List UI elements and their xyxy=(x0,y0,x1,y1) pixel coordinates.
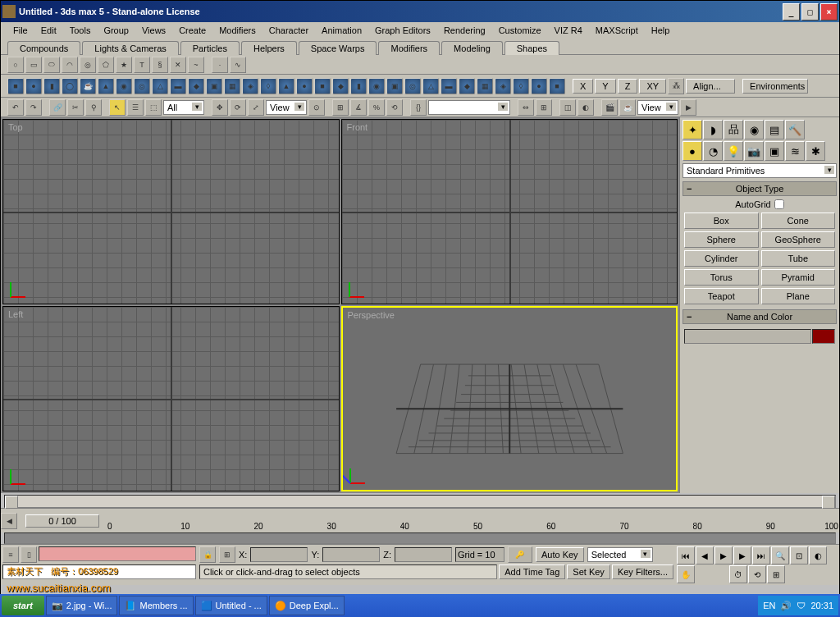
key-icon[interactable]: 🔑 xyxy=(508,546,532,563)
align-button[interactable]: Align... xyxy=(686,79,735,94)
tab-modeling[interactable]: Modeling xyxy=(441,41,503,55)
mirror-icon[interactable]: ⇔ xyxy=(518,99,534,116)
shape-rect-icon[interactable]: ▭ xyxy=(25,57,42,73)
tab-compounds[interactable]: Compounds xyxy=(7,41,80,55)
prim-cone-icon[interactable]: ▲ xyxy=(98,78,114,94)
prim-hedra-icon[interactable]: ◆ xyxy=(188,78,204,94)
cameras-icon[interactable]: 📷 xyxy=(744,141,764,161)
tab-lights[interactable]: Lights & Cameras xyxy=(82,41,178,55)
prim-ext11-icon[interactable]: ▣ xyxy=(386,78,403,94)
time-config-icon[interactable]: ⏱ xyxy=(729,565,747,583)
material-icon[interactable]: ◐ xyxy=(578,99,594,116)
prim-ext15-icon[interactable]: ◆ xyxy=(459,78,475,94)
prim-ext12-icon[interactable]: ◎ xyxy=(404,78,421,94)
shape-section-icon[interactable]: ✕ xyxy=(170,57,186,73)
menu-grapheditors[interactable]: Graph Editors xyxy=(369,24,436,37)
shape-star-icon[interactable]: ★ xyxy=(116,57,132,73)
unlink-icon[interactable]: ✂ xyxy=(67,99,84,116)
menu-modifiers[interactable]: Modifiers xyxy=(213,24,262,37)
axis-constraint-icon[interactable]: ⁂ xyxy=(668,78,684,94)
prim-ext17-icon[interactable]: ◈ xyxy=(495,78,511,94)
utilities-tab-icon[interactable]: 🔨 xyxy=(785,120,805,139)
minmax-icon[interactable]: ⊞ xyxy=(767,565,785,583)
prim-ext19-icon[interactable]: ● xyxy=(531,78,547,94)
refcoord-dropdown[interactable]: View xyxy=(266,100,307,115)
task-item[interactable]: 📘 Members ... xyxy=(119,596,193,615)
autogrid-checkbox[interactable] xyxy=(774,199,784,209)
prim-sphere-icon[interactable]: ● xyxy=(25,78,42,94)
menu-views[interactable]: Views xyxy=(136,24,171,37)
prim-geosphere-icon[interactable]: ◉ xyxy=(116,78,132,94)
prim-torus-icon[interactable]: ◯ xyxy=(62,78,78,94)
lock-icon[interactable]: 🔒 xyxy=(199,546,216,563)
minimize-button[interactable]: _ xyxy=(783,3,800,21)
play-icon[interactable]: ▶ xyxy=(714,546,733,564)
render-type-dropdown[interactable]: View xyxy=(637,100,678,115)
goto-end-icon[interactable]: ⏭ xyxy=(752,546,770,564)
tab-helpers[interactable]: Helpers xyxy=(241,41,297,55)
close-button[interactable]: × xyxy=(820,3,838,21)
hierarchy-tab-icon[interactable]: 品 xyxy=(724,120,743,139)
spinnersnap-icon[interactable]: ⟲ xyxy=(386,99,403,116)
plane-button[interactable]: Plane xyxy=(761,288,836,304)
menu-help[interactable]: Help xyxy=(646,24,676,37)
zoom-all-icon[interactable]: ⊡ xyxy=(790,546,808,564)
script-listener-icon[interactable]: ≡ xyxy=(2,546,19,563)
prim-teapot-icon[interactable]: ☕ xyxy=(80,78,96,94)
create-tab-icon[interactable]: ✦ xyxy=(682,120,702,139)
z-coord-field[interactable] xyxy=(395,547,452,562)
array-icon[interactable]: ⊞ xyxy=(536,99,552,116)
snap-icon[interactable]: ⊞ xyxy=(332,99,349,116)
select-icon[interactable]: ↖ xyxy=(109,99,126,116)
menu-customize[interactable]: Customize xyxy=(493,24,547,37)
shape-ellipse-icon[interactable]: ⬭ xyxy=(43,57,60,73)
goto-start-icon[interactable]: ⏮ xyxy=(677,546,695,564)
undo-icon[interactable]: ↶ xyxy=(7,99,24,116)
prim-ext6-icon[interactable]: ● xyxy=(296,78,313,94)
frame-field[interactable] xyxy=(696,565,728,583)
display-tab-icon[interactable]: ▤ xyxy=(765,120,784,139)
select-region-icon[interactable]: ⬚ xyxy=(145,99,162,116)
prim-ext2-icon[interactable]: ▦ xyxy=(224,78,240,94)
shape-helix-icon[interactable]: § xyxy=(152,57,168,73)
pyramid-button[interactable]: Pyramid xyxy=(761,269,836,286)
viewport-scrollbar[interactable] xyxy=(4,495,836,508)
menu-maxscript[interactable]: MAXScript xyxy=(590,24,644,37)
cylinder-button[interactable]: Cylinder xyxy=(684,250,759,267)
axis-xy-button[interactable]: XY xyxy=(639,79,666,94)
system-tray[interactable]: EN 🔊 🛡 20:31 xyxy=(758,596,838,615)
clock[interactable]: 20:31 xyxy=(810,601,833,610)
fov-icon[interactable]: ◐ xyxy=(809,546,827,564)
redo-icon[interactable]: ↷ xyxy=(25,99,42,116)
zoom-icon[interactable]: 🔍 xyxy=(771,546,789,564)
object-name-input[interactable] xyxy=(684,329,811,344)
prim-ext9-icon[interactable]: ▮ xyxy=(350,78,367,94)
center-icon[interactable]: ⊙ xyxy=(308,99,325,116)
menu-edit[interactable]: Edit xyxy=(35,24,62,37)
torus-button[interactable]: Torus xyxy=(684,269,759,286)
shape-point-icon[interactable]: · xyxy=(212,57,228,73)
prim-ext18-icon[interactable]: ◊ xyxy=(513,78,529,94)
prim-ext13-icon[interactable]: △ xyxy=(422,78,439,94)
render-scene-icon[interactable]: 🎬 xyxy=(601,99,618,116)
rotate-icon[interactable]: ⟳ xyxy=(230,99,246,116)
prev-frame-icon[interactable]: ◀ xyxy=(696,546,714,564)
scale-icon[interactable]: ⤢ xyxy=(248,99,264,116)
prim-ext10-icon[interactable]: ◉ xyxy=(368,78,385,94)
autokey-button[interactable]: Auto Key xyxy=(536,547,584,562)
tube-button[interactable]: Tube xyxy=(761,250,836,267)
start-button[interactable]: start xyxy=(2,596,44,615)
shape-circle-icon[interactable]: ○ xyxy=(7,57,24,73)
psnap-icon[interactable]: % xyxy=(368,99,385,116)
subcategory-dropdown[interactable]: Standard Primitives xyxy=(682,163,837,178)
prim-tube-icon[interactable]: ◎ xyxy=(134,78,150,94)
prim-ext1-icon[interactable]: ▣ xyxy=(206,78,222,94)
tab-particles[interactable]: Particles xyxy=(180,41,240,55)
tray-icon[interactable]: 🔊 xyxy=(780,601,792,611)
menu-vizr4[interactable]: VIZ R4 xyxy=(549,24,588,37)
prim-plane-icon[interactable]: ▬ xyxy=(170,78,186,94)
prim-ext5-icon[interactable]: ▲ xyxy=(278,78,294,94)
quick-render-icon[interactable]: ☕ xyxy=(619,99,636,116)
arc-rotate-icon[interactable]: ⟲ xyxy=(748,565,766,583)
prim-box-icon[interactable]: ■ xyxy=(7,78,24,94)
